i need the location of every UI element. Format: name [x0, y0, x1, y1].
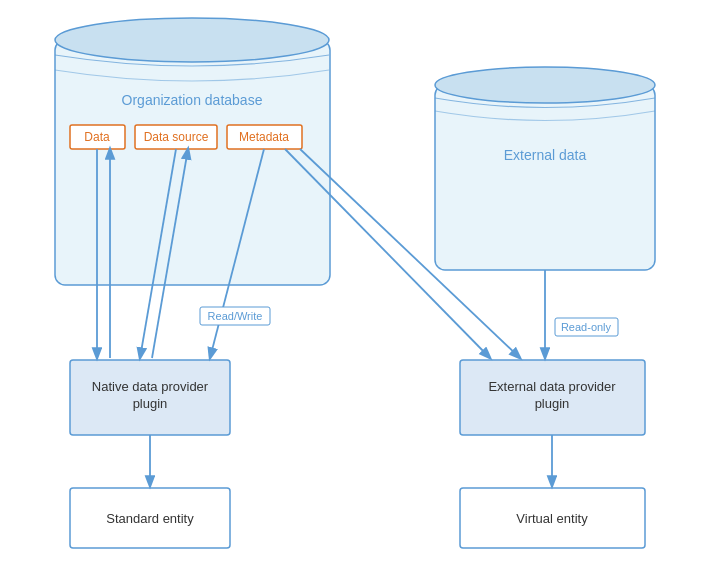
read-only-label: Read-only	[561, 321, 612, 333]
standard-entity-label: Standard entity	[106, 511, 194, 526]
native-plugin-label-line2: plugin	[133, 396, 168, 411]
data-source-tag-label: Data source	[144, 130, 209, 144]
svg-rect-2	[435, 85, 655, 270]
svg-point-3	[435, 67, 655, 103]
data-tag-label: Data	[84, 130, 110, 144]
ext-db-label: External data	[504, 147, 587, 163]
external-plugin-label-line2: plugin	[535, 396, 570, 411]
metadata-tag-label: Metadata	[239, 130, 289, 144]
org-db-label: Organization database	[122, 92, 263, 108]
native-plugin-label-line1: Native data provider	[92, 379, 209, 394]
read-write-label: Read/Write	[208, 310, 263, 322]
virtual-entity-label: Virtual entity	[516, 511, 588, 526]
svg-point-1	[55, 18, 329, 62]
external-plugin-label-line1: External data provider	[488, 379, 616, 394]
